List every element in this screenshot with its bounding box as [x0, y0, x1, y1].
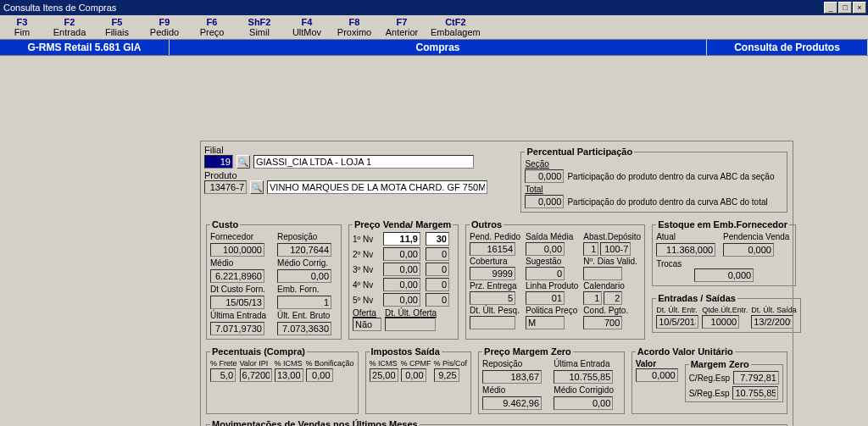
- custo-dtcustoforn: [210, 296, 264, 309]
- avu-valor: [636, 368, 678, 382]
- produto-desc-input[interactable]: [267, 180, 487, 194]
- custo-embforn: [277, 296, 331, 309]
- percentual-legend: Percentual Participação: [525, 147, 634, 157]
- percentuais-fieldset: Pecentuais (Compra) % Frete Valor IPI % …: [206, 346, 359, 414]
- pmz-fieldset: Preço Margem Zero Reposição Última Entra…: [478, 346, 625, 414]
- custo-ultentbruto: [277, 322, 331, 335]
- menu-pedido[interactable]: F9 Pedido: [146, 17, 183, 37]
- preco-n4-v2: [426, 278, 449, 291]
- entradas-dtultsaida: [751, 315, 793, 329]
- close-button[interactable]: ×: [853, 2, 866, 14]
- outros-linhaproduto: [526, 291, 565, 305]
- perc-frete: [210, 368, 236, 382]
- outros-abast-b: [600, 242, 631, 256]
- custo-reposicao: [277, 243, 331, 257]
- preco-n5-v1: [383, 293, 420, 307]
- preco-fieldset: Preço Venda/ Margem 1º Nv 2º Nv 3º Nv 4º…: [348, 219, 459, 340]
- entradas-dtultentr: [656, 315, 698, 329]
- percentual-secao-value: [525, 169, 564, 183]
- menu-ultmov[interactable]: F4 UltMov: [288, 17, 326, 37]
- outros-pendpedido: [470, 242, 515, 256]
- custo-fornecedor: [210, 243, 264, 257]
- menu-embalagem[interactable]: CtF2 Embalagem: [431, 17, 481, 37]
- pmz-medio: [482, 396, 542, 410]
- outros-cobertura: [470, 267, 515, 280]
- menu-anterior[interactable]: F7 Anterior: [383, 17, 420, 37]
- pmz-ultentrada: [554, 370, 613, 384]
- preco-n2-v1: [383, 247, 420, 261]
- fkey-label: Fim: [14, 27, 30, 37]
- avu-creg: [733, 371, 779, 385]
- custo-fieldset: Custo Fornecedor Reposição Médio Médio C…: [206, 219, 342, 340]
- pmz-reposicao: [482, 370, 542, 384]
- imp-icms: [370, 368, 398, 382]
- filial-desc-input[interactable]: [253, 155, 474, 169]
- header-mid: Compras: [170, 40, 707, 55]
- perc-ipi: [240, 368, 272, 382]
- maximize-button[interactable]: □: [838, 2, 852, 14]
- preco-n2-v2: [426, 247, 449, 261]
- outros-condpgto: [583, 316, 622, 329]
- minimize-button[interactable]: _: [824, 2, 837, 14]
- percentual-secao-label: Seção: [525, 159, 783, 169]
- menu-simil[interactable]: ShF2 Simil: [241, 17, 278, 37]
- header-left: G-RMS Retail 5.681 GIA: [0, 40, 170, 55]
- perc-icms: [275, 368, 303, 382]
- outros-saidamedia: [526, 242, 565, 256]
- outros-przentrega: [470, 291, 515, 305]
- produto-code-input[interactable]: [204, 180, 247, 194]
- avu-fieldset: Acordo Valor Unitário Valor Margem Zero …: [632, 346, 787, 414]
- menu-entrada[interactable]: F2 Entrada: [51, 17, 88, 37]
- window-controls: _ □ ×: [824, 2, 866, 14]
- filial-produto-block: Filial 🔍 Produto 🔍: [204, 145, 514, 214]
- preco-n1-v2[interactable]: [426, 232, 449, 246]
- percentual-total-value: [525, 195, 564, 208]
- filial-code-input[interactable]: [204, 155, 233, 169]
- window-title: Consulta Itens de Compras: [2, 3, 116, 13]
- imp-cpmf: [401, 368, 426, 382]
- menu-filiais[interactable]: F5 Filiais: [98, 17, 136, 37]
- preco-dtultoferta: [385, 318, 436, 331]
- preco-n1-v1[interactable]: [383, 232, 420, 246]
- filial-label: Filial: [204, 145, 224, 155]
- header-right: Consulta de Produtos: [707, 40, 868, 55]
- form-panel: Filial 🔍 Produto 🔍 Percentual Particip: [200, 141, 793, 426]
- outros-dtultpesq: [470, 316, 515, 329]
- entradas-qtde: [702, 315, 739, 329]
- impostos-fieldset: Impostos Saída % ICMS % CPMF % Pis/Cof: [365, 346, 472, 414]
- fkey-menubar: F3 Fim F2 Entrada F5 Filiais F9 Pedido F…: [0, 15, 868, 40]
- entradas-fieldset: Entradas / Saídas Dt. Últ. Entr. Qtde.Úl…: [652, 293, 801, 333]
- preco-n3-v2: [426, 263, 449, 276]
- estoque-trocas: [694, 268, 754, 282]
- percentual-total-desc: Participação do produto dentro da curva …: [567, 197, 767, 207]
- outros-fieldset: Outros Pend. Pedido Saída Média Abast.De…: [465, 219, 645, 340]
- menu-fim[interactable]: F3 Fim: [3, 17, 41, 37]
- workspace: Filial 🔍 Produto 🔍 Percentual Particip: [0, 56, 868, 423]
- percentual-secao-desc: Participação do produto dentro da curva …: [567, 172, 774, 181]
- outros-cal-b: [604, 291, 622, 305]
- estoque-atual: [656, 243, 715, 257]
- outros-cal-a: [583, 291, 602, 305]
- lookup-filial-icon[interactable]: 🔍: [236, 155, 250, 169]
- produto-label: Produto: [204, 170, 237, 180]
- preco-oferta: [353, 318, 381, 331]
- lookup-produto-icon[interactable]: 🔍: [250, 180, 264, 194]
- imp-piscof: [434, 368, 459, 382]
- menu-proximo[interactable]: F8 Proximo: [336, 17, 373, 37]
- outros-sugestao: [526, 267, 565, 280]
- header-strip: G-RMS Retail 5.681 GIA Compras Consulta …: [0, 40, 868, 56]
- preco-n4-v1: [383, 278, 420, 291]
- percentual-fieldset: Percentual Participação Seção Participaç…: [520, 147, 787, 213]
- percentual-total-label: Total: [525, 185, 783, 194]
- fkey: F3: [17, 17, 28, 27]
- preco-n3-v1: [383, 263, 420, 276]
- custo-medio: [210, 269, 264, 283]
- pmz-mediocorr: [554, 396, 613, 410]
- outros-ndiasvalid: [583, 267, 622, 280]
- avu-sreg: [732, 386, 778, 400]
- menu-preco[interactable]: F6 Preço: [193, 17, 231, 37]
- preco-n5-v2: [426, 293, 449, 307]
- estoque-pendvenda: [723, 243, 774, 257]
- perc-bonif: [306, 368, 333, 382]
- custo-mediocorr: [277, 269, 331, 283]
